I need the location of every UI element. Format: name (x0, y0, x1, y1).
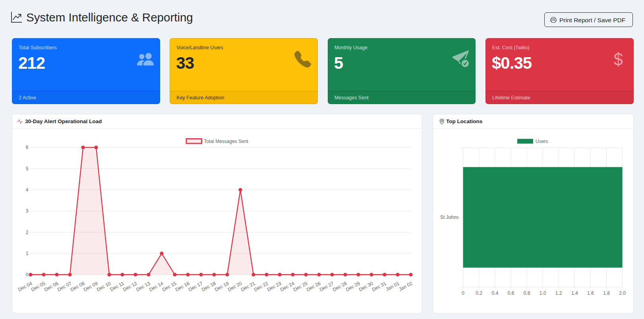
svg-text:1.6: 1.6 (587, 290, 594, 296)
svg-text:Dec 29: Dec 29 (345, 280, 361, 292)
svg-text:Dec 09: Dec 09 (83, 280, 99, 292)
svg-text:Total Messages Sent: Total Messages Sent (204, 139, 249, 144)
svg-text:Dec 20: Dec 20 (227, 280, 243, 292)
svg-text:Dec 14: Dec 14 (148, 280, 164, 292)
svg-text:Dec 21: Dec 21 (240, 280, 256, 292)
svg-text:Dec 26: Dec 26 (306, 280, 321, 292)
svg-text:Users: Users (536, 139, 548, 144)
svg-text:Dec 06: Dec 06 (43, 280, 59, 292)
svg-text:Dec 15: Dec 15 (161, 280, 177, 292)
svg-text:0.2: 0.2 (476, 290, 482, 296)
svg-text:Dec 22: Dec 22 (253, 280, 269, 292)
svg-text:Dec 04: Dec 04 (17, 280, 33, 292)
svg-text:Dec 13: Dec 13 (135, 280, 151, 292)
svg-text:Dec 25: Dec 25 (292, 280, 308, 292)
svg-text:Dec 17: Dec 17 (188, 280, 203, 292)
svg-text:4: 4 (26, 187, 29, 193)
svg-text:1.2: 1.2 (555, 290, 562, 296)
svg-text:Dec 23: Dec 23 (266, 280, 282, 292)
svg-text:5: 5 (26, 166, 29, 172)
svg-text:Dec 19: Dec 19 (214, 280, 230, 292)
svg-text:0: 0 (26, 272, 29, 278)
svg-text:Dec 16: Dec 16 (174, 280, 190, 292)
svg-text:1: 1 (26, 251, 29, 256)
svg-text:St Johns: St Johns (440, 215, 459, 220)
svg-text:2: 2 (26, 230, 29, 235)
svg-text:Dec 31: Dec 31 (371, 280, 387, 292)
svg-text:0.4: 0.4 (491, 290, 498, 296)
svg-text:Dec 10: Dec 10 (96, 280, 112, 292)
svg-text:1.4: 1.4 (571, 290, 578, 296)
svg-text:Dec 05: Dec 05 (30, 280, 46, 292)
svg-text:Dec 18: Dec 18 (201, 280, 217, 292)
svg-text:Dec 24: Dec 24 (279, 280, 295, 292)
svg-text:Dec 28: Dec 28 (332, 280, 348, 292)
svg-text:1.0: 1.0 (540, 290, 546, 296)
svg-text:Dec 08: Dec 08 (70, 280, 85, 292)
svg-text:Jan 02: Jan 02 (398, 280, 414, 292)
svg-text:Dec 07: Dec 07 (56, 280, 72, 292)
svg-text:1.8: 1.8 (603, 290, 610, 296)
svg-text:Dec 27: Dec 27 (319, 280, 335, 292)
svg-text:Dec 11: Dec 11 (109, 280, 125, 292)
svg-text:0.6: 0.6 (508, 290, 514, 296)
svg-text:Dec 12: Dec 12 (122, 280, 138, 292)
svg-text:2.0: 2.0 (619, 290, 626, 296)
svg-text:Jan 01: Jan 01 (385, 280, 400, 292)
svg-text:0: 0 (462, 290, 464, 296)
svg-text:0.8: 0.8 (524, 290, 530, 296)
svg-text:Dec 30: Dec 30 (358, 280, 374, 292)
svg-text:3: 3 (26, 208, 29, 214)
svg-text:6: 6 (26, 145, 29, 150)
